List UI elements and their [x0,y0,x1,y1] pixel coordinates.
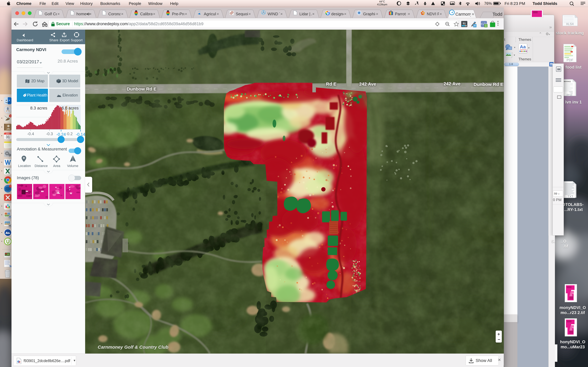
svg-text:51: 51 [463,22,466,25]
svg-text:INVOICE: INVOICE [564,81,571,83]
svg-text:Dunbow Rd E: Dunbow Rd E [127,86,157,92]
svg-text:Carmony: Carmony [455,12,472,17]
svg-text:-0.3: -0.3 [46,132,53,136]
svg-text:×: × [440,12,442,16]
svg-text:×: × [312,12,314,16]
svg-text:242 Ave: 242 Ave [359,82,376,87]
svg-text:7: 7 [10,185,11,187]
svg-text:·0.2: ·0.2 [66,132,73,136]
svg-text:×: × [472,12,474,17]
svg-text:×: × [217,12,219,16]
svg-text:W: W [9,264,12,268]
svg-text:Carnmoney Golf & Country Club: Carnmoney Golf & Country Club [98,344,168,350]
svg-text:242 Ave: 242 Ave [443,81,460,86]
svg-text:×: × [376,12,378,16]
svg-text:-0.4: -0.4 [27,132,34,136]
svg-text:×: × [249,12,251,16]
svg-text:XLSX: XLSX [566,22,574,26]
svg-text:Rd E: Rd E [326,82,337,87]
svg-text:8.3 acres: 8.3 acres [30,106,47,110]
svg-text:×: × [408,12,410,16]
svg-text:×: × [185,12,187,16]
svg-text:×: × [280,12,283,16]
svg-text:Todd: Todd [493,12,502,17]
svg-text:×: × [121,12,123,16]
svg-text:6.6 acres: 6.6 acres [61,106,78,110]
svg-text:1: 1 [485,24,487,27]
svg-text:×: × [153,12,155,16]
svg-text:PDF: PDF [567,93,573,97]
svg-text:PDF: PDF [567,58,573,62]
svg-text:×: × [344,12,346,16]
svg-text:Dunbow Rd E: Dunbow Rd E [474,82,503,87]
svg-text:TXT: TXT [568,195,573,198]
